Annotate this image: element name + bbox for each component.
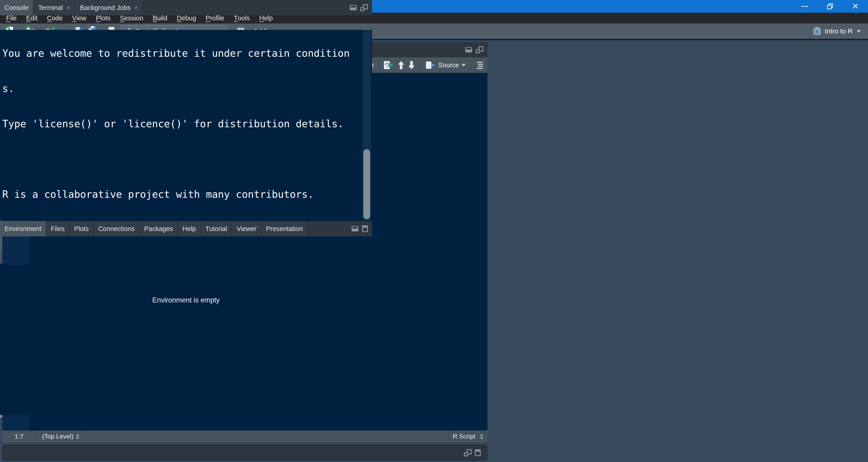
source-button[interactable]: Source [424,59,467,71]
tab-environment[interactable]: Environment [0,221,46,236]
console-line: Type 'license()' or 'licence()' for dist… [2,118,359,130]
tab-packages[interactable]: Packages [140,221,178,236]
restore-window-button[interactable] [817,0,843,13]
close-window-button[interactable]: ✕ [843,0,868,13]
tab-connections[interactable]: Connections [94,221,140,236]
tab-plots[interactable]: Plots [70,221,94,236]
collapsed-pane [2,445,488,461]
document-outline-icon[interactable] [475,61,484,69]
tab-help[interactable]: Help [178,221,201,236]
editor-status-bar: 1:7 (Top Level) R Script [2,431,488,442]
minimize-pane-icon[interactable] [350,5,356,10]
source-pane-buttons [465,42,488,57]
console-line: R is a collaborative project with many c… [2,189,359,200]
console-pane-buttons [350,0,372,15]
console-scrollbar[interactable] [363,30,371,220]
go-next-chunk-icon[interactable] [407,60,415,70]
maximize-pane-icon[interactable] [362,225,368,232]
tab-label: Environment [4,225,41,233]
tab-label: Background Jobs [80,4,131,11]
chevron-down-icon [857,30,861,33]
spinner-icon [76,434,80,439]
file-type-selector[interactable]: R Script [448,431,488,442]
minimize-icon [801,6,808,7]
console-output: You are welcome to redistribute it under… [2,30,359,220]
tab-console[interactable]: Console [0,0,33,15]
close-icon: ✕ [852,2,859,10]
restore-pane-icon[interactable] [464,449,472,456]
console-line: You are welcome to redistribute it under… [2,47,359,59]
console-line: s. [2,83,359,95]
minimize-window-button[interactable] [792,0,817,13]
console-scrollbar-thumb[interactable] [363,149,370,219]
minimize-pane-icon[interactable] [351,226,359,231]
tab-label: Terminal [38,4,63,11]
project-menu-button[interactable]: R Intro to R [812,26,864,36]
project-label: Intro to R [825,27,852,35]
maximize-pane-icon[interactable] [475,449,481,456]
close-tab-icon[interactable]: × [66,4,70,11]
toolbar-separator [420,60,420,70]
tab-presentation[interactable]: Presentation [261,221,308,236]
project-cube-icon: R [812,26,822,36]
environment-pane-buttons [351,221,372,236]
maximize-pane-icon[interactable] [360,4,368,11]
right-column: Console Terminal × Background Jobs × R R… [0,0,372,419]
svg-text:R: R [815,29,819,35]
console-line [2,153,359,165]
minimize-pane-icon[interactable] [465,47,472,53]
maximize-pane-icon[interactable] [476,46,484,53]
rstudio-window: R Intro to R - RStudio ✕ File Edit Code … [0,0,868,462]
toolbar-separator [378,60,379,70]
environment-empty-message: Environment is empty [0,296,372,304]
toolbar-separator [471,60,471,70]
tab-tutorial[interactable]: Tutorial [201,221,232,236]
spinner-icon [480,434,484,439]
console-tab-bar: Console Terminal × Background Jobs × [0,0,372,15]
environment-tab-bar: Environment Files Plots Connections Pack… [0,221,372,236]
source-label: Source [438,62,459,69]
tab-files[interactable]: Files [46,221,70,236]
close-tab-icon[interactable]: × [134,4,138,11]
window-controls: ✕ [792,0,868,13]
tab-viewer[interactable]: Viewer [232,221,261,236]
go-previous-chunk-icon[interactable] [397,60,405,70]
scope-selector[interactable]: (Top Level) [36,431,86,442]
source-icon [425,60,437,70]
restore-icon [827,3,833,9]
cursor-position[interactable]: 1:7 [2,431,36,442]
tab-terminal[interactable]: Terminal × [33,0,75,15]
rerun-icon[interactable] [383,60,395,70]
tab-label: Console [4,4,29,11]
console[interactable]: You are welcome to redistribute it under… [0,30,372,220]
environment-content: Environment is empty [0,264,372,415]
tab-background-jobs[interactable]: Background Jobs × [75,0,143,15]
chevron-down-icon [462,64,466,66]
